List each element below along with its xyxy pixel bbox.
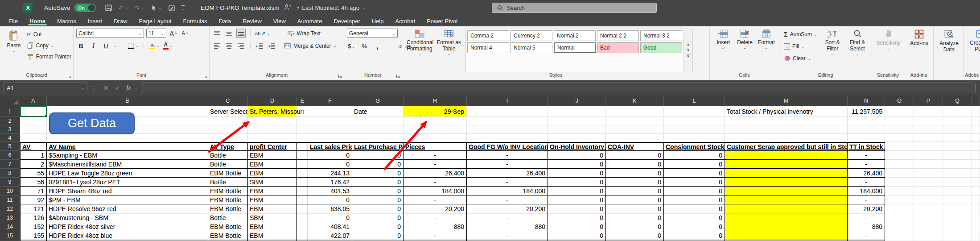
cell-N1[interactable]: 11,257,505 bbox=[848, 106, 885, 117]
cell-D9[interactable]: SBM bbox=[248, 178, 297, 187]
col-header-k[interactable]: K bbox=[606, 96, 664, 106]
wrap-text-button[interactable]: Wrap Text bbox=[287, 29, 321, 38]
cell-O11[interactable] bbox=[885, 195, 914, 204]
cell-P9[interactable] bbox=[914, 178, 943, 187]
cell-P1[interactable] bbox=[914, 106, 943, 117]
cell-D13[interactable]: SBM bbox=[248, 213, 297, 222]
insert-function-button[interactable]: fx bbox=[126, 84, 131, 91]
cell-M1[interactable]: Total Stock / Physical Invenotry bbox=[725, 106, 848, 117]
cell-C11[interactable]: EBM Bottle bbox=[208, 195, 248, 204]
cell-L9[interactable]: 0 bbox=[664, 178, 725, 187]
cell-E9[interactable] bbox=[297, 178, 308, 187]
cell-L7[interactable]: 0 bbox=[664, 160, 725, 169]
cell-F15[interactable]: 422.07 bbox=[308, 231, 352, 240]
cell-G7[interactable]: 0 bbox=[352, 160, 404, 169]
format-as-table-button[interactable]: Format as Table⌄ bbox=[434, 29, 464, 72]
bottom-align-button[interactable] bbox=[236, 29, 246, 38]
cell-K13[interactable]: 0 bbox=[606, 213, 664, 222]
cell-J14[interactable]: 0 bbox=[548, 222, 606, 231]
cell-M9[interactable] bbox=[725, 178, 848, 187]
cell-A7[interactable]: 2 bbox=[20, 160, 47, 169]
tab-insert[interactable]: Insert bbox=[82, 16, 108, 26]
cell-L4[interactable] bbox=[664, 134, 725, 142]
copy-button[interactable]: Copy⌄ bbox=[27, 41, 71, 50]
cell-A2[interactable] bbox=[20, 117, 47, 125]
italic-button[interactable]: I bbox=[89, 41, 98, 50]
borders-button[interactable]: ⌄ bbox=[127, 41, 139, 50]
cell-C5[interactable]: AV Type bbox=[208, 142, 248, 151]
clear-button[interactable]: Clear⌄ bbox=[784, 54, 817, 63]
cell-L8[interactable]: 0 bbox=[664, 169, 725, 178]
cell-L13[interactable]: 0 bbox=[664, 213, 725, 222]
cell-K4[interactable] bbox=[606, 134, 664, 142]
style-good[interactable]: Good bbox=[640, 42, 682, 53]
cell-K15[interactable]: 0 bbox=[606, 231, 664, 240]
cell-H11[interactable]: - bbox=[404, 195, 467, 204]
cell-I6[interactable]: - bbox=[467, 151, 548, 160]
share-contact-button[interactable] bbox=[284, 4, 292, 12]
cell-G9[interactable]: 0 bbox=[352, 178, 404, 187]
cell-L15[interactable]: 0 bbox=[664, 231, 725, 240]
cell-H13[interactable]: - bbox=[404, 213, 467, 222]
cell-F2[interactable] bbox=[308, 117, 352, 125]
cell-A1[interactable] bbox=[20, 106, 47, 117]
font-size-select[interactable]: 11⌄ bbox=[146, 29, 166, 38]
col-header-e[interactable]: E bbox=[297, 96, 308, 106]
cell-L1[interactable] bbox=[664, 106, 725, 117]
cell-E8[interactable] bbox=[297, 169, 308, 178]
cell-M15[interactable] bbox=[725, 231, 848, 240]
col-header-a[interactable]: A bbox=[20, 96, 47, 106]
cell-Q4[interactable] bbox=[943, 134, 972, 142]
cell-L11[interactable]: 0 bbox=[664, 195, 725, 204]
tab-review[interactable]: Review bbox=[237, 16, 268, 26]
cell-D8[interactable]: EBM bbox=[248, 169, 297, 178]
cell-M4[interactable] bbox=[725, 134, 848, 142]
cell-J1[interactable] bbox=[548, 106, 606, 117]
cell-P14[interactable] bbox=[914, 222, 943, 231]
cell-Q9[interactable] bbox=[943, 178, 972, 187]
col-header-g[interactable]: G bbox=[352, 96, 404, 106]
cell-P5[interactable] bbox=[914, 142, 943, 151]
row-header-11[interactable]: 11 bbox=[0, 195, 20, 204]
cell[interactable] bbox=[972, 134, 980, 142]
increase-decimal-button[interactable]: ←.0 bbox=[393, 42, 402, 51]
cell-M12[interactable] bbox=[725, 204, 848, 213]
cell-Q5[interactable] bbox=[943, 142, 972, 151]
row-header-3[interactable]: 3 bbox=[0, 125, 20, 134]
tab-formulas[interactable]: Formulas bbox=[177, 16, 213, 26]
cell-H4[interactable] bbox=[404, 134, 467, 142]
cell-G2[interactable] bbox=[352, 117, 404, 125]
tab-acrobat[interactable]: Acrobat bbox=[389, 16, 421, 26]
col-header-b[interactable]: B bbox=[47, 96, 208, 106]
cell-P3[interactable] bbox=[914, 125, 943, 134]
cell-H10[interactable]: 184,000 bbox=[404, 187, 467, 195]
underline-button[interactable]: U bbox=[101, 41, 111, 50]
cell-I14[interactable]: 880 bbox=[467, 222, 548, 231]
cell-G15[interactable]: 0 bbox=[352, 231, 404, 240]
sort-filter-button[interactable]: AZ Sort & Filter⌄ bbox=[820, 29, 845, 72]
cell-Q13[interactable] bbox=[943, 213, 972, 222]
font-color-button[interactable]: A ⌄ bbox=[163, 41, 173, 50]
cell-I10[interactable]: 184,000 bbox=[467, 187, 548, 195]
cell-N4[interactable] bbox=[848, 134, 885, 142]
cell-B10[interactable]: HDPE Steam 48oz red bbox=[47, 187, 208, 195]
cell-Q8[interactable] bbox=[943, 169, 972, 178]
cell-L5[interactable]: Consignment Stock : bbox=[664, 142, 725, 151]
cell-N9[interactable]: - bbox=[848, 178, 885, 187]
align-right-button[interactable] bbox=[236, 41, 246, 50]
clipboard-dialog-launcher[interactable] bbox=[67, 74, 72, 79]
style-comma-2[interactable]: Comma 2 bbox=[467, 30, 509, 41]
cell-D2[interactable] bbox=[248, 117, 297, 125]
cell-J10[interactable]: 0 bbox=[548, 187, 606, 195]
cell-C8[interactable]: EBM Bottle bbox=[208, 169, 248, 178]
cell-G14[interactable]: 0 bbox=[352, 222, 404, 231]
cell-M11[interactable] bbox=[725, 195, 848, 204]
cell-P13[interactable] bbox=[914, 213, 943, 222]
cell-C9[interactable]: Bottle bbox=[208, 178, 248, 187]
tab-home[interactable]: Home bbox=[24, 16, 51, 26]
cell-J2[interactable] bbox=[548, 117, 606, 125]
cell-H15[interactable]: - bbox=[404, 231, 467, 240]
cell-J4[interactable] bbox=[548, 134, 606, 142]
cell-J12[interactable]: 0 bbox=[548, 204, 606, 213]
cell-D3[interactable] bbox=[248, 125, 297, 134]
